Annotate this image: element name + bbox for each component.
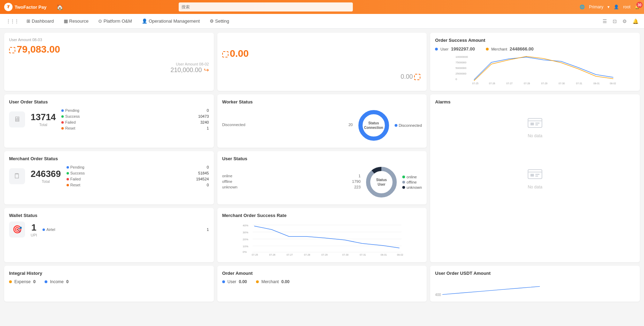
alerts-icon[interactable]: 🔔 (631, 17, 640, 25)
main-content: User Amount 08-03 79,083.00 User Amount … (0, 29, 644, 306)
svg-text:08-02: 08-02 (610, 82, 616, 85)
offline-label: offline (222, 179, 232, 184)
monitor-icon: 🖥 (9, 111, 25, 127)
worker-donut-chart: StatusConnection (356, 108, 391, 143)
wallet-icon: 🎯 (9, 222, 25, 238)
user-center-text: StatusUser (376, 178, 387, 187)
merchant-order-inner: 🗒 246369 Total Pending 0 Success 51845 F… (9, 165, 209, 187)
income-dot (45, 280, 47, 283)
online-legend-label: online (406, 175, 417, 179)
search-bar (179, 2, 353, 11)
grid-view-icon[interactable]: ⊡ (611, 17, 618, 25)
user-order-card: User Order Status 🖥 13714 Total Pending … (4, 94, 214, 148)
wallet-total-label: UPI (31, 233, 37, 237)
order-user-value: 0.00 (239, 279, 247, 284)
merchant-rate-title: Merchant Order Success Rate (222, 213, 422, 218)
svg-text:07-27: 07-27 (286, 254, 293, 256)
nav-right-icons: ☰ ⊡ ⚙ 🔔 (601, 17, 640, 25)
offline-legend: offline (402, 180, 422, 184)
merchant-order-total: 246369 Total (31, 169, 61, 184)
svg-rect-19 (535, 123, 540, 124)
order-merchant-dot (256, 280, 259, 283)
failed-dot (61, 121, 64, 124)
sidebar-item-dashboard[interactable]: ⊞ Dashboard (22, 16, 58, 26)
order-merchant-value: 0.00 (281, 279, 289, 284)
dashboard-icon: ⊞ (26, 18, 30, 24)
wallet-inner: 🎯 1 UPI Airtel 1 (9, 222, 209, 238)
user-order-inner: 🖥 13714 Total Pending 0 Success 10473 Fa… (9, 108, 209, 131)
offline-legend-dot (402, 181, 405, 184)
stat-row-reset: Reset 1 (61, 126, 209, 131)
stat-row-pending: Pending 0 (61, 108, 209, 113)
search-input[interactable] (179, 2, 353, 11)
worker-stat-left: Disconnected 20 (222, 123, 353, 128)
expense-label: Expense (14, 279, 31, 284)
user-order-stats: Pending 0 Success 10473 Failed 3240 Rese… (61, 108, 209, 131)
user-status-stats: online 1 offline 1790 unknown 223 (222, 174, 361, 191)
svg-rect-16 (528, 118, 542, 127)
svg-text:08-01: 08-01 (593, 82, 600, 85)
svg-text:20%: 20% (242, 238, 248, 241)
usdt-title: User Order USDT Amount (435, 271, 635, 276)
chevron-down-icon[interactable]: ▾ (607, 5, 610, 9)
user-amount-value: 79,083.00 (9, 44, 209, 55)
online-legend: online (402, 175, 422, 179)
income-label: Income (50, 279, 63, 284)
platform-icon: ⊙ (98, 18, 102, 24)
worker-disconnected-legend-dot (395, 124, 397, 127)
svg-rect-18 (530, 123, 534, 125)
sidebar-item-resource[interactable]: ▦ Resource (60, 16, 93, 26)
grid-menu-icon[interactable]: ⋮⋮⋮ (4, 17, 21, 26)
user-legend-dot (435, 48, 438, 51)
top-navigation: TwoFactor Pay 🏠 🌐 Primary ▾ 👤 root 🔔 30 (0, 0, 644, 14)
airtel-dot (42, 228, 45, 231)
order-success-title: Order Success Amount (435, 38, 635, 43)
user-order-total-num: 13714 (31, 112, 56, 123)
no-data-icon-2 (526, 166, 544, 183)
svg-text:07-26: 07-26 (489, 82, 495, 85)
amount2-value: 0.00 (222, 48, 422, 59)
sidebar-item-setting[interactable]: ⚙ Setting (205, 16, 233, 26)
worker-donut-section: Disconnected 20 StatusConnection Disconn… (222, 108, 422, 143)
user-legend-value: 1992297.00 (451, 46, 475, 52)
user-order-total-label: Total (31, 123, 56, 127)
svg-text:07-29: 07-29 (541, 82, 548, 85)
dashed-box-icon2 (222, 51, 228, 57)
user-label: root (623, 5, 630, 9)
dashed-box-icon3 (414, 74, 420, 80)
offline-legend-label: offline (406, 180, 417, 184)
wallet-airtel-row: Airtel 1 (42, 227, 209, 232)
home-icon[interactable]: 🏠 (56, 4, 63, 10)
order-success-card: Order Success Amount User 1992297.00 Mer… (430, 33, 640, 91)
m-pending-dot (67, 166, 69, 169)
settings-icon[interactable]: ⚙ (621, 17, 628, 25)
user-amount-sub-value: 210,000.00 ↪ (9, 66, 209, 74)
svg-rect-24 (535, 174, 540, 175)
sidebar-item-platform[interactable]: ⊙ Platform O&M (94, 16, 136, 26)
wallet-stats: Airtel 1 (42, 227, 209, 232)
svg-text:07-29: 07-29 (321, 254, 327, 256)
order-amount-title: Order Amount (222, 271, 422, 276)
alarms-card: Alarms No data (430, 94, 640, 262)
order-amount-row: User 0.00 Merchant 0.00 (222, 279, 422, 284)
svg-text:07-27: 07-27 (506, 82, 513, 85)
dashed-box-icon (9, 47, 15, 53)
list-view-icon[interactable]: ☰ (601, 17, 608, 25)
notification-area[interactable]: 🔔 30 (635, 5, 640, 9)
secondary-navigation: ⋮⋮⋮ ⊞ Dashboard ▦ Resource ⊙ Platform O&… (0, 14, 644, 29)
sidebar-item-operational[interactable]: 👤 Operational Management (138, 16, 204, 26)
svg-text:2500000: 2500000 (456, 72, 467, 75)
order-success-chart: 10000000 7500000 5000000 2500000 0 07-25… (435, 54, 635, 85)
merchant-legend-label: Merchant (491, 47, 507, 51)
worker-disconnected-row: Disconnected 20 (222, 123, 353, 127)
user-avatar: 👤 (614, 5, 619, 9)
wallet-status-title: Wallet Status (9, 213, 209, 218)
stat-row-success: Success 10473 (61, 114, 209, 119)
merchant-rate-chart: 40% 30% 20% 10% 0% 07-25 07-26 07-27 07-… (222, 222, 422, 256)
svg-text:5000000: 5000000 (456, 67, 467, 70)
unknown-label: unknown (222, 185, 238, 189)
svg-text:07-31: 07-31 (576, 82, 582, 85)
no-data-text-1: No data (528, 133, 542, 138)
region-label[interactable]: Primary (589, 5, 603, 9)
svg-text:7500000: 7500000 (456, 61, 467, 64)
